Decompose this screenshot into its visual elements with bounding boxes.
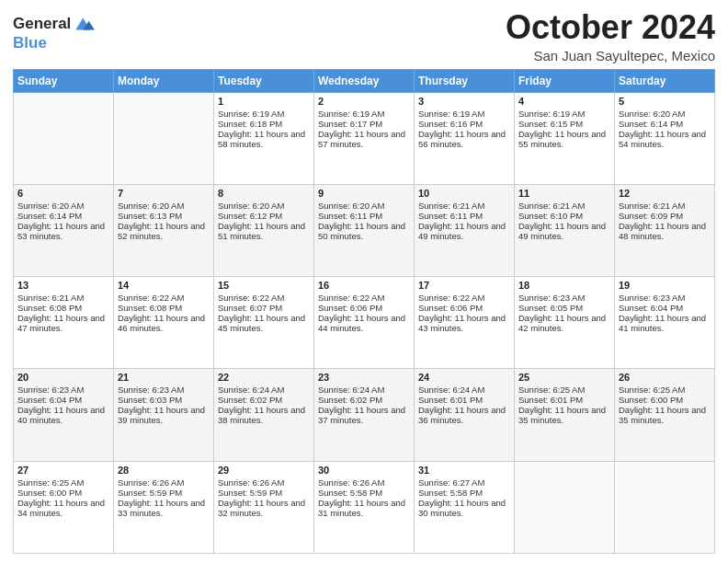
daylight-text: Daylight: 11 hours and 49 minutes. [418,221,510,241]
sunset-text: Sunset: 5:59 PM [118,488,210,498]
day-number: 30 [318,465,410,476]
sunset-text: Sunset: 6:01 PM [518,395,610,405]
day-cell: 13Sunrise: 6:21 AMSunset: 6:08 PMDayligh… [14,277,114,369]
day-cell: 9Sunrise: 6:20 AMSunset: 6:11 PMDaylight… [314,184,415,276]
daylight-text: Daylight: 11 hours and 42 minutes. [518,313,610,333]
day-cell: 25Sunrise: 6:25 AMSunset: 6:01 PMDayligh… [515,369,615,461]
daylight-text: Daylight: 11 hours and 35 minutes. [518,405,610,425]
daylight-text: Daylight: 11 hours and 36 minutes. [418,405,510,425]
sunrise-text: Sunrise: 6:27 AM [418,477,510,488]
sunrise-text: Sunrise: 6:25 AM [518,385,610,395]
day-cell: 11Sunrise: 6:21 AMSunset: 6:10 PMDayligh… [515,184,615,276]
week-row-3: 13Sunrise: 6:21 AMSunset: 6:08 PMDayligh… [14,277,715,369]
sunrise-text: Sunrise: 6:25 AM [17,477,109,488]
daylight-text: Daylight: 11 hours and 46 minutes. [118,313,210,333]
day-number: 18 [518,280,610,291]
daylight-text: Daylight: 11 hours and 54 minutes. [619,129,711,149]
col-header-monday: Monday [114,69,214,92]
sunset-text: Sunset: 6:05 PM [518,303,610,313]
day-number: 17 [418,280,510,291]
day-cell: 3Sunrise: 6:19 AMSunset: 6:16 PMDaylight… [415,92,515,184]
day-number: 14 [118,280,210,291]
sunset-text: Sunset: 6:01 PM [418,395,510,405]
day-number: 29 [218,465,310,476]
day-number: 26 [619,372,711,383]
sunrise-text: Sunrise: 6:26 AM [318,477,410,488]
sunset-text: Sunset: 6:02 PM [218,395,310,405]
day-number: 5 [619,96,711,107]
sunset-text: Sunset: 6:13 PM [118,211,210,221]
day-cell: 12Sunrise: 6:21 AMSunset: 6:09 PMDayligh… [615,184,715,276]
sunrise-text: Sunrise: 6:26 AM [218,477,310,488]
sunset-text: Sunset: 6:17 PM [318,119,410,129]
day-cell [615,461,715,553]
daylight-text: Daylight: 11 hours and 38 minutes. [218,405,310,425]
sunrise-text: Sunrise: 6:21 AM [17,293,109,303]
week-row-2: 6Sunrise: 6:20 AMSunset: 6:14 PMDaylight… [14,184,715,276]
day-cell: 4Sunrise: 6:19 AMSunset: 6:15 PMDaylight… [515,92,615,184]
sunset-text: Sunset: 6:03 PM [118,395,210,405]
sunset-text: Sunset: 6:14 PM [619,119,711,129]
day-cell: 17Sunrise: 6:22 AMSunset: 6:06 PMDayligh… [415,277,515,369]
day-number: 7 [118,188,210,199]
sunrise-text: Sunrise: 6:21 AM [418,201,510,211]
sunrise-text: Sunrise: 6:22 AM [118,293,210,303]
sunrise-text: Sunrise: 6:25 AM [619,385,711,395]
daylight-text: Daylight: 11 hours and 50 minutes. [318,221,410,241]
daylight-text: Daylight: 11 hours and 30 minutes. [418,498,510,518]
week-row-4: 20Sunrise: 6:23 AMSunset: 6:04 PMDayligh… [14,369,715,461]
day-cell: 1Sunrise: 6:19 AMSunset: 6:18 PMDaylight… [214,92,314,184]
day-cell: 26Sunrise: 6:25 AMSunset: 6:00 PMDayligh… [615,369,715,461]
daylight-text: Daylight: 11 hours and 33 minutes. [118,498,210,518]
day-number: 19 [619,280,711,291]
week-row-1: 1Sunrise: 6:19 AMSunset: 6:18 PMDaylight… [14,92,715,184]
day-cell: 31Sunrise: 6:27 AMSunset: 5:58 PMDayligh… [415,461,515,553]
day-cell: 8Sunrise: 6:20 AMSunset: 6:12 PMDaylight… [214,184,314,276]
col-header-saturday: Saturday [615,69,715,92]
daylight-text: Daylight: 11 hours and 55 minutes. [518,129,610,149]
day-number: 16 [318,280,410,291]
sunset-text: Sunset: 5:58 PM [318,488,410,498]
day-number: 10 [418,188,510,199]
daylight-text: Daylight: 11 hours and 52 minutes. [118,221,210,241]
daylight-text: Daylight: 11 hours and 43 minutes. [418,313,510,333]
day-number: 22 [218,372,310,383]
daylight-text: Daylight: 11 hours and 39 minutes. [118,405,210,425]
day-cell [114,92,214,184]
month-title: October 2024 [506,9,715,46]
sunrise-text: Sunrise: 6:24 AM [418,385,510,395]
daylight-text: Daylight: 11 hours and 58 minutes. [218,129,310,149]
sunset-text: Sunset: 6:07 PM [218,303,310,313]
sunset-text: Sunset: 6:08 PM [118,303,210,313]
calendar: SundayMondayTuesdayWednesdayThursdayFrid… [13,69,715,554]
day-cell: 16Sunrise: 6:22 AMSunset: 6:06 PMDayligh… [314,277,415,369]
sunrise-text: Sunrise: 6:24 AM [318,385,410,395]
daylight-text: Daylight: 11 hours and 53 minutes. [17,221,109,241]
day-number: 1 [218,96,310,107]
day-cell: 19Sunrise: 6:23 AMSunset: 6:04 PMDayligh… [615,277,715,369]
sunrise-text: Sunrise: 6:22 AM [318,293,410,303]
daylight-text: Daylight: 11 hours and 32 minutes. [218,498,310,518]
day-number: 31 [418,465,510,476]
sunrise-text: Sunrise: 6:19 AM [518,109,610,119]
daylight-text: Daylight: 11 hours and 45 minutes. [218,313,310,333]
day-number: 27 [17,465,109,476]
day-cell: 30Sunrise: 6:26 AMSunset: 5:58 PMDayligh… [314,461,415,553]
day-cell: 10Sunrise: 6:21 AMSunset: 6:11 PMDayligh… [415,184,515,276]
sunset-text: Sunset: 6:11 PM [318,211,410,221]
col-header-wednesday: Wednesday [314,69,415,92]
daylight-text: Daylight: 11 hours and 48 minutes. [619,221,711,241]
logo: General Blue [13,13,95,52]
day-cell: 28Sunrise: 6:26 AMSunset: 5:59 PMDayligh… [114,461,214,553]
sunset-text: Sunset: 6:00 PM [619,395,711,405]
day-cell: 22Sunrise: 6:24 AMSunset: 6:02 PMDayligh… [214,369,314,461]
daylight-text: Daylight: 11 hours and 41 minutes. [619,313,711,333]
col-header-sunday: Sunday [14,69,114,92]
sunset-text: Sunset: 5:59 PM [218,488,310,498]
daylight-text: Daylight: 11 hours and 49 minutes. [518,221,610,241]
sunrise-text: Sunrise: 6:23 AM [118,385,210,395]
sunrise-text: Sunrise: 6:23 AM [619,293,711,303]
day-number: 25 [518,372,610,383]
col-header-tuesday: Tuesday [214,69,314,92]
logo-text: General [13,16,71,33]
